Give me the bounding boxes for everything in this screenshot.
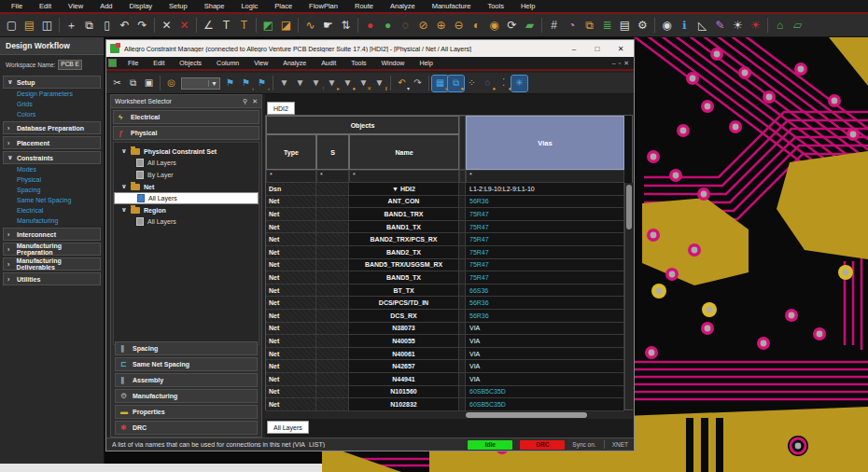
filter-pause-icon[interactable]: ▼‖ [371,76,387,91]
cm-menu-file[interactable]: File [120,60,146,66]
scrollbar-thumb[interactable] [466,412,587,418]
tree-folder-physical-constraint-set[interactable]: ∨ Physical Constraint Set [114,146,259,157]
workflow-link-colors[interactable]: Colors [0,109,104,119]
cell-s[interactable] [316,259,349,272]
cell-type[interactable]: Net [266,259,316,272]
worksheet-net-all-layers[interactable]: All Layers [114,192,259,204]
slide-icon[interactable]: ∠ [200,17,217,35]
pin-icon[interactable]: ⚲ [243,98,247,105]
table-row[interactable]: Net N40061 VIA [266,348,632,361]
workflow-link-manufacturing[interactable]: Manufacturing [0,215,104,226]
menu-help[interactable]: Help [513,1,542,11]
table-row[interactable]: Dsn ▼ HDI2 L1-2:L9-10:L2-9:L1-10 [266,183,632,196]
design-info-icon[interactable]: ℹ [676,17,693,35]
domain-electrical[interactable]: ϟ Electrical [113,110,259,124]
redo-icon[interactable]: ↷ [410,76,426,91]
menu-edit[interactable]: Edit [32,1,59,11]
sheet-tab-all-layers[interactable]: All Layers [267,421,309,434]
cell-s[interactable] [316,233,349,246]
cell-via[interactable]: 56R36 [466,196,624,209]
cell-via[interactable]: 75R47 [466,259,624,272]
cell-type[interactable]: Net [266,323,316,336]
domain-drc[interactable]: ✱ DRC [115,421,258,435]
filter-delete-icon[interactable]: ▼✕ [356,76,371,91]
zoom-out-icon[interactable]: ⊖ [450,17,468,35]
measure-icon[interactable]: ◺ [693,17,711,35]
cm-menu-edit[interactable]: Edit [146,60,172,66]
cell-type[interactable]: Net [266,246,316,259]
open-folder-icon[interactable]: ▤ [21,17,38,35]
header-s[interactable]: S [316,134,349,170]
add-text-icon[interactable]: T [217,17,235,35]
zoom-in-icon[interactable]: ⊕ [432,17,450,35]
table-row[interactable]: Net DCS/PCS/TD_IN 56R36 [266,297,632,310]
filter-name[interactable]: * [349,170,459,183]
new-file-icon[interactable]: ▢ [3,17,21,35]
table-row[interactable]: Net N42657 VIA [266,360,632,373]
filter-pick-icon[interactable]: ▼▸ [324,76,340,91]
cell-name[interactable]: BAND5_TRX/USGSM_RX [349,259,459,272]
cell-name[interactable]: ANT_CON [349,196,459,209]
domain-properties[interactable]: ▬ Properties [115,405,258,419]
cm-titlebar[interactable]: Allegro Constraint Manager (connected to… [106,40,634,57]
cut-icon[interactable]: ✂ [109,76,125,91]
domain-spacing[interactable]: ∥ Spacing [115,341,258,355]
worksheet-region-all-layers[interactable]: All Layers [114,215,259,228]
fix-icon[interactable]: ✕ [158,17,175,35]
workflow-section-setup[interactable]: ∨ Setup [3,76,101,89]
domain-assembly[interactable]: ∥ Assembly [115,373,258,387]
shape-home-icon[interactable]: ⌂ [771,17,789,35]
cell-name[interactable]: BT_TX [349,285,459,298]
undo-icon[interactable]: ↶ [116,17,133,35]
domain-physical[interactable]: ƒ Physical [113,126,259,140]
cell-type[interactable]: Net [266,233,316,246]
table-row[interactable]: Net BAND2_TX 75R47 [266,246,632,259]
sheet-tab-hdi2[interactable]: HDI2 [267,102,295,115]
visibility-icon[interactable]: ◉ [658,17,676,35]
workflow-section-database-preparation[interactable]: › Database Preparation [3,121,101,134]
copy-icon[interactable]: ⧉ [80,17,98,35]
cell-via[interactable]: 56R36 [466,297,624,310]
bookmark-prev-icon[interactable]: ⚑‹ [254,76,270,91]
cell-via[interactable]: VIA [466,360,624,373]
worksheet-copy-icon[interactable]: ⧉● [448,76,464,91]
table-row[interactable]: Net N101560 60SB5C35D [266,386,632,399]
cell-name[interactable]: N38073 [349,323,459,336]
cell-name[interactable]: N40055 [349,335,459,348]
cell-name[interactable]: BAND2_TX [349,246,459,259]
cell-via[interactable]: VIA [466,323,624,336]
cell-s[interactable] [316,398,349,411]
close-button[interactable]: ✕ [611,42,630,55]
domain-manufacturing[interactable]: ⚙ Manufacturing [115,389,258,403]
design-options-icon[interactable]: ⚙ [634,17,651,35]
zoom-mode-icon[interactable]: ◌ [397,17,414,35]
cell-type[interactable]: Net [266,348,316,361]
bookmark-icon[interactable]: ⚑ [222,76,238,91]
menu-setup[interactable]: Setup [161,1,195,11]
cell-via[interactable]: 66S36 [466,285,624,298]
cell-type[interactable]: Net [266,196,316,209]
workflow-link-physical[interactable]: Physical [0,174,104,185]
cell-s[interactable] [316,285,349,298]
filter-icon[interactable]: ▼ [276,76,292,91]
cm-menu-window[interactable]: Window [373,60,412,66]
ratsnest-icon[interactable]: ◌● [480,76,496,91]
table-row[interactable]: Net N44941 VIA [266,373,632,386]
cell-s[interactable] [316,386,349,399]
cell-via[interactable]: VIA [466,373,624,386]
cell-via[interactable]: 60SB5C35D [466,398,624,411]
cell-name[interactable]: DCS/PCS/TD_IN [349,297,459,310]
cell-via[interactable]: VIA [466,335,624,348]
highlight-icon[interactable]: ☀ [729,17,747,35]
workflow-link-electrical[interactable]: Electrical [0,205,104,215]
redo-icon[interactable]: ↷ [133,17,151,35]
cm-menu-column[interactable]: Column [209,60,246,66]
cell-name[interactable]: N44941 [349,373,459,386]
bookmark-next-icon[interactable]: ⚑› [238,76,254,91]
workflow-link-modes[interactable]: Modes [0,164,104,174]
zoom-previous-icon[interactable]: ◐ [468,17,485,35]
table-row[interactable]: Net N102832 60SB5C35D [266,398,632,411]
unfix-icon[interactable]: ✕ [175,17,193,35]
spread-icon[interactable]: ⇅ [337,17,355,35]
cm-menu-audit[interactable]: Audit [314,60,343,66]
